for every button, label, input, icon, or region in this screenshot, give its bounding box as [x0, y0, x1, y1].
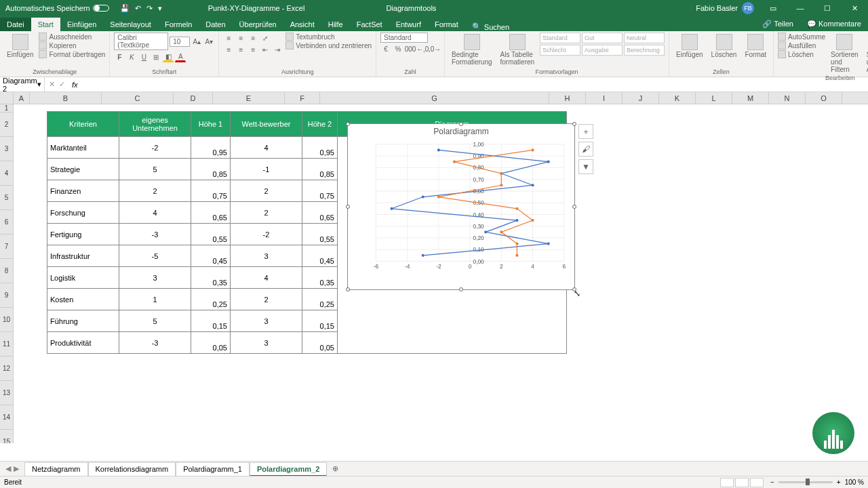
- save-icon[interactable]: 💾: [120, 4, 130, 13]
- percent-icon[interactable]: %: [393, 43, 403, 54]
- paste-button[interactable]: Einfügen: [4, 33, 36, 60]
- sheet-tab[interactable]: Netzdiagramm: [24, 462, 88, 476]
- cut-button[interactable]: Ausschneiden: [39, 33, 105, 41]
- style-gut[interactable]: Gut: [582, 33, 623, 43]
- view-normal-button[interactable]: [720, 478, 734, 487]
- style-standard[interactable]: Standard: [540, 33, 580, 43]
- col-header[interactable]: C: [102, 92, 174, 104]
- decrease-font-icon[interactable]: A▾: [203, 36, 214, 47]
- col-header[interactable]: B: [30, 92, 102, 104]
- row-header[interactable]: 12: [0, 357, 13, 381]
- chart-styles-button[interactable]: 🖌: [578, 142, 593, 157]
- wrap-text-button[interactable]: Textumbruch: [285, 33, 372, 41]
- align-bottom-icon[interactable]: ≡: [248, 33, 258, 43]
- dec-decimal-icon[interactable]: ,0→: [429, 43, 440, 54]
- sheet-tab[interactable]: Polardiagramm_2: [250, 462, 327, 476]
- delete-cells-button[interactable]: Löschen: [709, 33, 740, 60]
- underline-button[interactable]: U: [138, 52, 149, 62]
- insert-cells-button[interactable]: Einfügen: [673, 33, 705, 60]
- fx-icon[interactable]: fx: [69, 81, 81, 89]
- col-header[interactable]: A: [14, 92, 30, 104]
- zoom-slider[interactable]: [778, 481, 833, 483]
- col-header[interactable]: E: [213, 92, 285, 104]
- col-header[interactable]: H: [549, 92, 586, 104]
- qat-more-icon[interactable]: ▾: [158, 4, 162, 13]
- indent-dec-icon[interactable]: ⇤: [260, 44, 271, 55]
- minimize-icon[interactable]: —: [787, 4, 814, 13]
- row-header[interactable]: 14: [0, 405, 13, 430]
- cancel-formula-icon[interactable]: ✕: [49, 80, 55, 89]
- tab-seitenlayout[interactable]: Seitenlayout: [103, 18, 158, 31]
- view-page-break-button[interactable]: [750, 478, 764, 487]
- row-header[interactable]: 10: [0, 308, 13, 332]
- search-box[interactable]: 🔍 Suchen: [465, 22, 516, 31]
- align-right-icon[interactable]: ≡: [248, 44, 258, 55]
- row-header[interactable]: 8: [0, 259, 13, 283]
- copy-button[interactable]: Kopieren: [39, 41, 105, 49]
- align-center-icon[interactable]: ≡: [235, 44, 246, 55]
- name-box[interactable]: Diagramm 2▾: [0, 77, 45, 93]
- add-sheet-button[interactable]: ⊕: [327, 464, 344, 473]
- sheet-tab[interactable]: Polardiagramm_1: [176, 462, 250, 476]
- autosave-toggle[interactable]: Automatisches Speichern: [0, 4, 115, 12]
- row-header[interactable]: 4: [0, 161, 13, 186]
- format-as-table-button[interactable]: Als Tabelle formatieren: [498, 33, 538, 67]
- chart-object[interactable]: Polardiagramm -6-4-202460,000,100,200,30…: [347, 123, 575, 290]
- orientation-icon[interactable]: ⤢: [260, 33, 271, 43]
- col-header[interactable]: J: [623, 92, 659, 104]
- select-all-corner[interactable]: [0, 92, 14, 104]
- chart-filters-button[interactable]: ▼: [578, 159, 593, 174]
- undo-icon[interactable]: ↶: [135, 4, 141, 13]
- zoom-out-button[interactable]: −: [770, 479, 774, 486]
- inc-decimal-icon[interactable]: ←,0: [417, 43, 428, 54]
- col-header[interactable]: L: [696, 92, 732, 104]
- redo-icon[interactable]: ↷: [146, 4, 153, 13]
- autosum-button[interactable]: AutoSumme: [778, 33, 825, 41]
- row-header[interactable]: 7: [0, 235, 13, 259]
- row-header[interactable]: 13: [0, 381, 13, 405]
- tab-formeln[interactable]: Formeln: [158, 18, 199, 31]
- style-berechnung[interactable]: Berechnung: [624, 45, 665, 56]
- align-top-icon[interactable]: ≡: [223, 33, 234, 43]
- row-header[interactable]: 3: [0, 137, 13, 161]
- col-header[interactable]: I: [586, 92, 623, 104]
- row-header[interactable]: 15: [0, 430, 13, 443]
- find-select-button[interactable]: Suchen und Auswählen: [864, 33, 868, 75]
- align-middle-icon[interactable]: ≡: [235, 33, 246, 43]
- number-format-select[interactable]: Standard: [380, 33, 428, 43]
- border-button[interactable]: ⊞: [151, 52, 161, 62]
- row-header[interactable]: 2: [0, 113, 13, 137]
- font-size-select[interactable]: 10: [170, 37, 190, 47]
- fill-color-button[interactable]: ◧: [163, 52, 174, 62]
- sheet-next-icon[interactable]: ▶: [14, 464, 19, 473]
- italic-button[interactable]: K: [126, 52, 137, 62]
- share-button[interactable]: 🔗 Teilen: [755, 17, 800, 31]
- tab-file[interactable]: Datei: [0, 18, 31, 31]
- align-left-icon[interactable]: ≡: [223, 44, 234, 55]
- row-header[interactable]: 1: [0, 104, 13, 113]
- row-header[interactable]: 11: [0, 332, 13, 357]
- font-color-button[interactable]: A: [175, 52, 186, 62]
- format-painter-button[interactable]: Format übertragen: [39, 50, 105, 58]
- user-account[interactable]: Fabio Basler FB: [690, 2, 760, 14]
- currency-icon[interactable]: €: [380, 43, 391, 54]
- tab-hilfe[interactable]: Hilfe: [321, 18, 350, 31]
- bold-button[interactable]: F: [114, 52, 125, 62]
- sort-filter-button[interactable]: Sortieren und Filtern: [828, 33, 861, 75]
- row-header[interactable]: 6: [0, 210, 13, 235]
- sheet-tab[interactable]: Korrelationsdiagramm: [88, 462, 176, 476]
- tab-start[interactable]: Start: [31, 18, 60, 31]
- conditional-format-button[interactable]: Bedingte Formatierung: [449, 33, 494, 67]
- tab-einfuegen[interactable]: Einfügen: [60, 18, 103, 31]
- clear-button[interactable]: Löschen: [778, 50, 825, 58]
- view-page-layout-button[interactable]: [735, 478, 749, 487]
- col-header[interactable]: M: [732, 92, 769, 104]
- style-schlecht[interactable]: Schlecht: [540, 45, 580, 56]
- indent-inc-icon[interactable]: ⇥: [272, 44, 283, 55]
- style-neutral[interactable]: Neutral: [624, 33, 665, 43]
- tab-entwurf[interactable]: Entwurf: [389, 18, 428, 31]
- merge-center-button[interactable]: Verbinden und zentrieren: [285, 41, 372, 49]
- chart-elements-button[interactable]: ＋: [578, 124, 593, 139]
- tab-daten[interactable]: Daten: [199, 18, 232, 31]
- thousands-icon[interactable]: 000: [405, 43, 416, 54]
